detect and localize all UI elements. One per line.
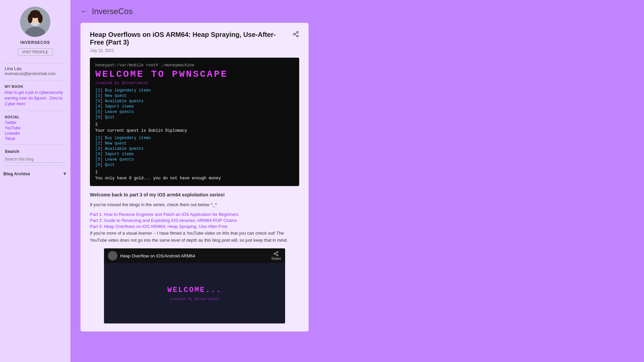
terminal-menu2-item4: [4] Import items [95, 152, 294, 157]
sidebar-mybook-section: MY BOOK How to get a job in cybersecurit… [3, 83, 67, 108]
yt-avatar [108, 251, 117, 260]
yt-welcome-text: WELCOME... [167, 286, 222, 294]
yt-share-label: Share [271, 256, 281, 260]
article-header: Heap Overflows on iOS ARM64: Heap Sprayi… [90, 31, 299, 46]
archive-label: Blog Archive [3, 171, 30, 176]
terminal-menu1-item2: [2] New quest [95, 94, 294, 98]
svg-line-15 [275, 254, 277, 255]
terminal-input1: 2 [95, 122, 294, 127]
author-name: Lina Lau [5, 66, 66, 71]
terminal-menu2-item6: [6] Quit [95, 163, 294, 167]
divider-3 [3, 111, 67, 111]
svg-point-13 [274, 253, 275, 254]
svg-point-6 [38, 14, 43, 23]
sidebar-author-section: Lina Lau inversecos@protonmail.com [3, 66, 67, 77]
svg-line-10 [295, 35, 297, 36]
page-header: ← InverseCos [80, 7, 634, 16]
yt-top-bar: Heap Overflow on iOS/Android ARM64 Share [104, 248, 285, 263]
terminal-end: You only have 0 gold... you do not have … [95, 176, 294, 181]
terminal-menu1-item4: [4] Import items [95, 104, 294, 109]
search-input[interactable] [5, 156, 66, 163]
page-title: InverseCos [92, 7, 132, 16]
article-pre-links: If you've missed the blogs in the series… [90, 201, 299, 208]
terminal-menu1-item3: [3] Available quests [95, 99, 294, 104]
terminal-menu1-item1: [1] Buy legendary items [95, 88, 294, 93]
avatar [20, 7, 50, 37]
article-title: Heap Overflows on iOS ARM64: Heap Sprayi… [90, 31, 289, 46]
terminal-created: created by @inversecos [95, 81, 294, 85]
article-paragraph: If you're more of a visual learner – I h… [90, 230, 299, 244]
social-link-tiktok[interactable]: Tiktok [5, 136, 66, 141]
social-label: SOCIAL [5, 115, 66, 119]
terminal-quest: Your current quest is Goblin Diplomacy [95, 128, 294, 133]
main-content: ← InverseCos Heap Overflows on iOS ARM64… [70, 0, 644, 362]
social-link-linkedin[interactable]: LinkedIn [5, 131, 66, 136]
terminal-menu2-item1: [1] Buy legendary items [95, 136, 294, 140]
share-icon[interactable] [292, 31, 299, 39]
svg-point-14 [277, 255, 278, 256]
sidebar-username: INVERSECOS [20, 40, 50, 45]
svg-point-5 [28, 14, 33, 23]
author-email: inversecos@protonmail.com [5, 71, 66, 76]
terminal-menu1-item6: [6] Quit [95, 115, 294, 120]
terminal-welcome: WELCOME TO PWNSCAPE [95, 69, 294, 79]
chevron-down-icon: ▼ [62, 171, 67, 176]
sidebar-social-section: SOCIAL Twitter YouTube LinkedIn Tiktok [3, 114, 67, 142]
terminal-header: honeypot:/var/mobile root# ./moneymachin… [95, 63, 294, 68]
divider-1 [3, 63, 67, 63]
article-terminal-image: honeypot:/var/mobile root# ./moneymachin… [90, 58, 299, 186]
svg-line-11 [295, 33, 297, 34]
terminal-input2: 1 [95, 170, 294, 175]
terminal-menu2-item5: [5] Leave quests [95, 157, 294, 162]
divider-2 [3, 80, 67, 80]
yt-share-button[interactable]: Share [271, 251, 281, 260]
sidebar-archive-row[interactable]: Blog Archive ▼ [3, 171, 67, 176]
article-link-2[interactable]: Part 2: Guide to Reversing and Exploitin… [90, 218, 299, 223]
social-link-youtube[interactable]: YouTube [5, 126, 66, 130]
mybook-label: MY BOOK [5, 84, 66, 88]
youtube-thumbnail[interactable]: Heap Overflow on iOS/Android ARM64 Share… [104, 248, 285, 323]
yt-video-title: Heap Overflow on iOS/Android ARM64 [120, 253, 269, 258]
article-link-3[interactable]: Part 3: Heap Overflows on iOS ARM64: Hea… [90, 224, 299, 229]
terminal-menu1-item5: [5] Leave quests [95, 110, 294, 114]
article-intro: Welcome back to part 3 of my iOS arm64 e… [90, 192, 299, 197]
divider-5 [3, 165, 67, 166]
article-date: July 12, 2022 [90, 48, 299, 53]
sidebar-search-section: Search [3, 147, 67, 163]
book-link[interactable]: How to get a job in cybersecurity earnin… [5, 90, 66, 107]
article-link-1[interactable]: Part 1: How to Reverse Engineer and Patc… [90, 212, 299, 217]
visit-profile-button[interactable]: VISIT PROFILE [18, 48, 52, 56]
terminal-menu2-item2: [2] New quest [95, 141, 294, 146]
divider-4 [3, 144, 67, 145]
article-card: Heap Overflows on iOS ARM64: Heap Sprayi… [80, 23, 309, 331]
svg-line-16 [275, 253, 277, 254]
terminal-menu2-item3: [3] Available quests [95, 146, 294, 151]
social-link-twitter[interactable]: Twitter [5, 120, 66, 125]
sidebar: INVERSECOS VISIT PROFILE Lina Lau invers… [0, 0, 70, 362]
back-button[interactable]: ← [80, 7, 88, 16]
yt-created-text: created by @inversecos [167, 297, 222, 301]
svg-point-12 [277, 252, 278, 253]
yt-video-area: WELCOME... created by @inversecos [104, 263, 285, 323]
search-label: Search [5, 149, 66, 154]
